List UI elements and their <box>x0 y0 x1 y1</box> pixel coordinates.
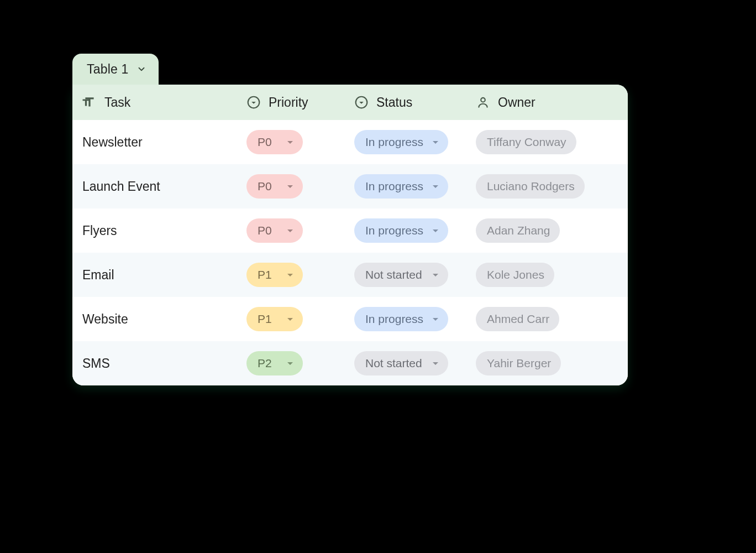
person-icon <box>476 95 490 109</box>
task-text: Newsletter <box>82 135 143 150</box>
column-header-task-label: Task <box>104 95 130 110</box>
cell-owner: Tiffany Conway <box>466 130 628 154</box>
status-chip-label: In progress <box>365 312 423 326</box>
column-header-owner[interactable]: Owner <box>466 85 628 120</box>
priority-chip[interactable]: P1 <box>246 263 303 287</box>
owner-chip-label: Yahir Berger <box>487 357 551 370</box>
cell-task[interactable]: Email <box>72 268 237 283</box>
column-header-priority-label: Priority <box>269 95 308 110</box>
status-chip-label: Not started <box>365 268 422 281</box>
owner-chip-label: Kole Jones <box>487 268 544 281</box>
cell-owner: Adan Zhang <box>466 218 628 243</box>
owner-chip[interactable]: Yahir Berger <box>476 351 561 375</box>
priority-chip-label: P2 <box>258 357 272 370</box>
task-text: Launch Event <box>82 179 160 194</box>
cell-status: Not started <box>344 351 466 375</box>
status-chip[interactable]: In progress <box>354 218 448 243</box>
column-header-task[interactable]: Task <box>72 85 237 120</box>
cell-priority: P1 <box>237 307 344 331</box>
priority-chip-label: P0 <box>258 180 272 193</box>
table-tab-label: Table 1 <box>87 62 129 77</box>
task-text: SMS <box>82 356 110 371</box>
owner-chip[interactable]: Tiffany Conway <box>476 130 576 154</box>
svg-point-2 <box>481 98 485 102</box>
cell-status: Not started <box>344 263 466 287</box>
cell-status: In progress <box>344 174 466 199</box>
owner-chip-label: Tiffany Conway <box>487 135 566 149</box>
status-chip-label: In progress <box>365 135 423 149</box>
cell-priority: P0 <box>237 130 344 154</box>
status-chip[interactable]: In progress <box>354 130 448 154</box>
cell-task[interactable]: Flyers <box>72 223 237 238</box>
status-chip-label: In progress <box>365 180 423 193</box>
priority-chip-label: P1 <box>258 268 272 281</box>
dropdown-circle-icon <box>246 95 261 109</box>
column-header-priority[interactable]: Priority <box>237 85 344 120</box>
status-chip[interactable]: Not started <box>354 351 448 375</box>
priority-chip[interactable]: P0 <box>246 218 303 243</box>
cell-status: In progress <box>344 218 466 243</box>
owner-chip[interactable]: Kole Jones <box>476 263 554 287</box>
status-chip-label: In progress <box>365 224 423 237</box>
task-text: Flyers <box>82 223 117 238</box>
owner-chip-label: Adan Zhang <box>487 224 550 237</box>
priority-chip[interactable]: P0 <box>246 174 303 199</box>
table-row: NewsletterP0In progressTiffany Conway <box>72 120 628 164</box>
table-row: EmailP1Not startedKole Jones <box>72 253 628 297</box>
table-row: FlyersP0In progressAdan Zhang <box>72 208 628 253</box>
owner-chip[interactable]: Luciano Rodgers <box>476 174 585 199</box>
task-text: Email <box>82 268 114 283</box>
priority-chip[interactable]: P2 <box>246 351 303 375</box>
table-tab[interactable]: Table 1 <box>72 54 159 85</box>
cell-owner: Luciano Rodgers <box>466 174 628 199</box>
text-format-icon <box>82 95 97 109</box>
table-rows: NewsletterP0In progressTiffany ConwayLau… <box>72 120 628 385</box>
priority-chip-label: P0 <box>258 224 272 237</box>
table-row: SMSP2Not startedYahir Berger <box>72 341 628 385</box>
column-header-status-label: Status <box>376 95 412 110</box>
cell-priority: P1 <box>237 263 344 287</box>
dropdown-circle-icon <box>354 95 369 109</box>
cell-priority: P0 <box>237 174 344 199</box>
owner-chip-label: Luciano Rodgers <box>487 180 575 193</box>
column-header-status[interactable]: Status <box>344 85 466 120</box>
priority-chip[interactable]: P1 <box>246 307 303 331</box>
status-chip[interactable]: In progress <box>354 174 448 199</box>
owner-chip[interactable]: Ahmed Carr <box>476 307 559 331</box>
status-chip[interactable]: In progress <box>354 307 448 331</box>
table-row: WebsiteP1In progressAhmed Carr <box>72 297 628 341</box>
cell-owner: Yahir Berger <box>466 351 628 375</box>
priority-chip-label: P1 <box>258 312 272 326</box>
table-row: Launch EventP0In progressLuciano Rodgers <box>72 164 628 208</box>
cell-status: In progress <box>344 130 466 154</box>
status-chip-label: Not started <box>365 357 422 370</box>
cell-task[interactable]: SMS <box>72 356 237 371</box>
cell-priority: P2 <box>237 351 344 375</box>
cell-priority: P0 <box>237 218 344 243</box>
table-card: Table 1 Task Priority Status <box>72 85 628 385</box>
chevron-down-icon <box>136 64 146 74</box>
cell-task[interactable]: Newsletter <box>72 135 237 150</box>
cell-task[interactable]: Website <box>72 312 237 327</box>
cell-status: In progress <box>344 307 466 331</box>
owner-chip[interactable]: Adan Zhang <box>476 218 560 243</box>
task-text: Website <box>82 312 128 327</box>
priority-chip-label: P0 <box>258 135 272 149</box>
priority-chip[interactable]: P0 <box>246 130 303 154</box>
status-chip[interactable]: Not started <box>354 263 448 287</box>
cell-task[interactable]: Launch Event <box>72 179 237 194</box>
owner-chip-label: Ahmed Carr <box>487 312 549 326</box>
column-header-owner-label: Owner <box>498 95 536 110</box>
cell-owner: Kole Jones <box>466 263 628 287</box>
cell-owner: Ahmed Carr <box>466 307 628 331</box>
table-header: Task Priority Status Owner <box>72 85 628 120</box>
